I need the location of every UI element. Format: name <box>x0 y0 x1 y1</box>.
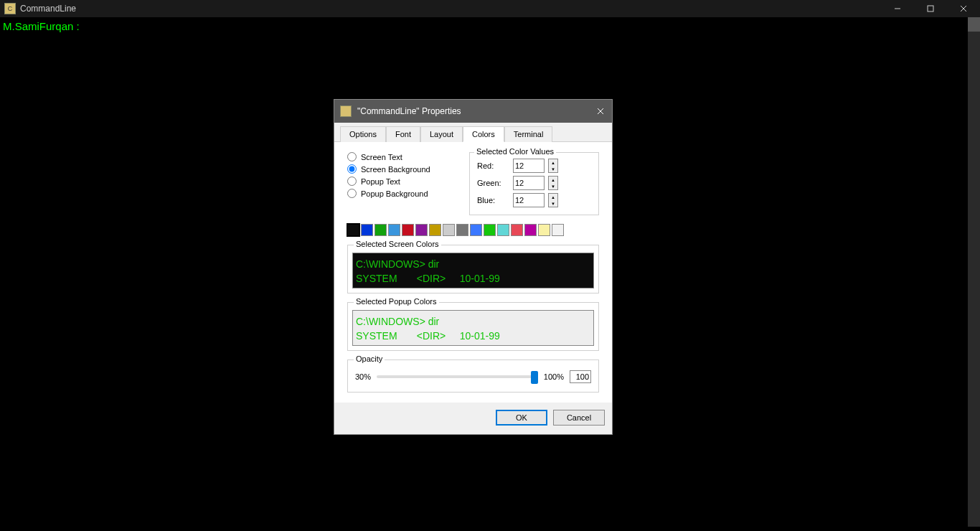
color-swatch-13[interactable] <box>524 224 537 236</box>
blue-label: Blue: <box>477 196 509 205</box>
terminal-prompt: M.SamiFurqan : <box>3 20 80 32</box>
svg-rect-1 <box>928 6 933 11</box>
red-input[interactable] <box>513 159 545 173</box>
maximize-button[interactable] <box>914 0 947 17</box>
screen-colors-legend: Selected Screen Colors <box>354 240 441 248</box>
dialog-icon <box>340 105 352 117</box>
radio-screen-text[interactable]: Screen Text <box>347 152 455 161</box>
close-button[interactable] <box>947 0 980 17</box>
color-palette <box>347 224 599 236</box>
dialog-title: "CommandLine" Properties <box>357 106 461 116</box>
dialog-body: Screen Text Screen Background Popup Text… <box>334 142 612 403</box>
color-swatch-15[interactable] <box>552 224 564 236</box>
opacity-slider[interactable] <box>377 375 538 378</box>
tab-layout[interactable]: Layout <box>420 126 463 142</box>
color-values-legend: Selected Color Values <box>474 147 556 156</box>
color-swatch-9[interactable] <box>470 224 482 236</box>
tab-options[interactable]: Options <box>340 126 386 142</box>
radio-popup-background[interactable]: Popup Background <box>347 189 455 198</box>
dialog-titlebar: "CommandLine" Properties <box>334 100 612 123</box>
opacity-legend: Opacity <box>354 354 385 363</box>
window-titlebar: C CommandLine <box>0 0 980 17</box>
tab-colors[interactable]: Colors <box>463 126 504 142</box>
selected-popup-colors-group: Selected Popup Colors C:\WINDOWS> dir SY… <box>347 302 599 351</box>
dialog-footer: OK Cancel <box>334 403 612 434</box>
window-title: CommandLine <box>20 4 76 14</box>
tab-font[interactable]: Font <box>386 126 420 142</box>
color-swatch-10[interactable] <box>484 224 496 236</box>
color-target-radios: Screen Text Screen Background Popup Text… <box>347 152 455 215</box>
color-swatch-6[interactable] <box>429 224 441 236</box>
opacity-slider-thumb[interactable] <box>531 371 538 384</box>
popup-preview: C:\WINDOWS> dir SYSTEM <DIR> 10-01-99 <box>352 310 594 346</box>
color-swatch-11[interactable] <box>497 224 509 236</box>
color-swatch-5[interactable] <box>415 224 428 236</box>
selected-screen-colors-group: Selected Screen Colors C:\WINDOWS> dir S… <box>347 245 599 293</box>
cancel-button[interactable]: Cancel <box>553 410 605 426</box>
green-label: Green: <box>477 179 509 187</box>
color-swatch-7[interactable] <box>443 224 455 236</box>
screen-preview: C:\WINDOWS> dir SYSTEM <DIR> 10-01-99 <box>352 253 594 288</box>
color-swatch-2[interactable] <box>374 224 387 236</box>
properties-dialog: "CommandLine" Properties Options Font La… <box>334 99 613 435</box>
radio-screen-background[interactable]: Screen Background <box>347 164 455 174</box>
radio-popup-text[interactable]: Popup Text <box>347 177 455 186</box>
scrollbar[interactable] <box>968 17 980 527</box>
opacity-min-label: 30% <box>355 372 371 381</box>
color-swatch-3[interactable] <box>388 224 400 236</box>
blue-spinner[interactable]: ▲▼ <box>548 193 558 207</box>
blue-input[interactable] <box>513 193 545 207</box>
opacity-input[interactable] <box>570 370 591 383</box>
color-swatch-4[interactable] <box>402 224 414 236</box>
opacity-max-label: 100% <box>544 372 564 381</box>
minimize-button[interactable] <box>881 0 914 17</box>
opacity-group: Opacity 30% 100% <box>347 360 599 393</box>
color-swatch-12[interactable] <box>511 224 523 236</box>
dialog-close-button[interactable] <box>589 100 612 123</box>
red-spinner[interactable]: ▲▼ <box>548 159 558 173</box>
color-swatch-8[interactable] <box>456 224 468 236</box>
green-input[interactable] <box>513 176 545 190</box>
color-swatch-1[interactable] <box>361 224 373 236</box>
ok-button[interactable]: OK <box>496 410 547 426</box>
red-label: Red: <box>477 161 509 170</box>
color-swatch-0[interactable] <box>347 224 359 236</box>
selected-color-values: Selected Color Values Red: ▲▼ Green: ▲▼ … <box>469 152 599 215</box>
app-icon: C <box>4 3 16 14</box>
dialog-tabs: Options Font Layout Colors Terminal <box>334 123 612 142</box>
green-spinner[interactable]: ▲▼ <box>548 176 558 190</box>
popup-colors-legend: Selected Popup Colors <box>354 297 439 306</box>
tab-terminal[interactable]: Terminal <box>504 126 553 142</box>
scrollbar-thumb[interactable] <box>968 17 980 32</box>
color-swatch-14[interactable] <box>538 224 550 236</box>
